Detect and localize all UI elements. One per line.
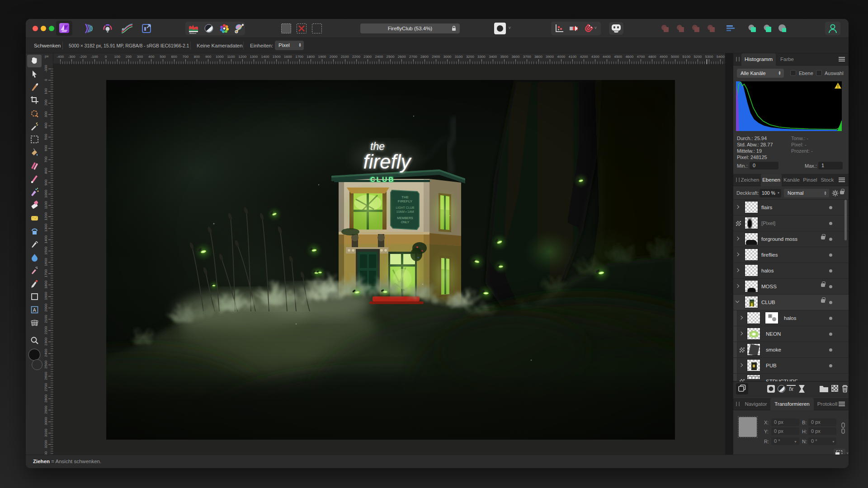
svg-text:A: A (33, 307, 37, 313)
svg-text:Mittelwert: Mittelwert (189, 33, 196, 34)
